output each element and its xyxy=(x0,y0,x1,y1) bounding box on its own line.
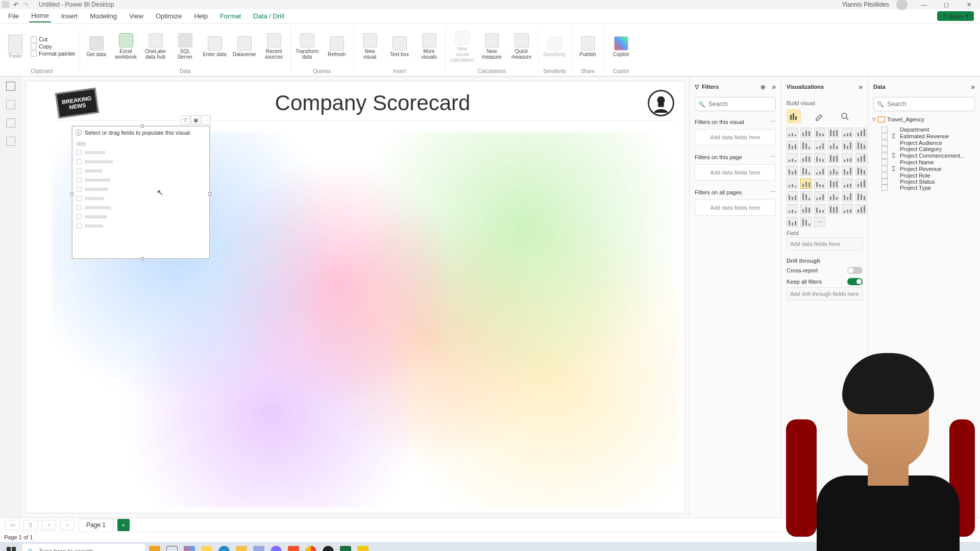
collapse-viz-icon[interactable]: » xyxy=(859,83,863,91)
viz-type-21[interactable] xyxy=(828,166,839,176)
next-page-button[interactable]: › xyxy=(60,520,75,530)
viz-type-39[interactable] xyxy=(828,204,839,214)
dataverse-button[interactable]: Dataverse xyxy=(232,36,257,57)
taskbar-app-3[interactable] xyxy=(199,544,214,551)
filters-visual-header[interactable]: Filters on this visual⋯ xyxy=(690,115,781,128)
viz-type-34[interactable] xyxy=(842,191,853,202)
collapse-filters-icon[interactable]: » xyxy=(772,83,776,91)
field-item[interactable]: Project Type xyxy=(872,185,976,191)
viz-type-4[interactable] xyxy=(842,128,853,138)
data-search-input[interactable] xyxy=(887,101,971,108)
quick-measure-button[interactable]: Quick measure xyxy=(509,33,534,60)
ellipsis-icon[interactable]: ⋯ xyxy=(770,118,776,125)
data-search[interactable]: 🔍 xyxy=(873,97,975,111)
viz-type-30[interactable] xyxy=(787,191,798,202)
taskbar-chrome-icon[interactable] xyxy=(303,544,318,551)
share-button[interactable]: ⇪ Share ▾ xyxy=(937,11,974,21)
tab-insert[interactable]: Insert xyxy=(59,10,80,22)
viz-type-41[interactable] xyxy=(855,204,867,214)
build-mode-button[interactable] xyxy=(787,109,801,123)
viz-type-8[interactable] xyxy=(814,140,825,151)
viz-type-16[interactable] xyxy=(842,153,853,163)
tab-datadrill[interactable]: Data / Drill xyxy=(251,10,286,22)
viz-type-5[interactable] xyxy=(855,128,867,138)
keep-filters-toggle[interactable]: On xyxy=(847,278,863,285)
checkbox[interactable] xyxy=(881,153,888,159)
text-box-button[interactable]: Text box xyxy=(387,36,412,57)
tab-format[interactable]: Format xyxy=(218,10,243,22)
sql-button[interactable]: SQL Server xyxy=(173,33,198,60)
viz-type-26[interactable] xyxy=(814,179,825,189)
viz-type-6[interactable] xyxy=(787,140,798,151)
checkbox[interactable] xyxy=(881,159,888,165)
report-view-icon[interactable] xyxy=(6,82,15,91)
viz-type-40[interactable] xyxy=(842,204,853,214)
slicer-visual[interactable]: ▽ ▣ ⋯ i Select or drag fields to populat… xyxy=(72,126,210,259)
eye-icon[interactable]: ◉ xyxy=(761,84,766,90)
filters-all-well[interactable]: Add data fields here xyxy=(695,199,776,216)
viz-type-14[interactable] xyxy=(814,153,825,163)
viz-type-3[interactable] xyxy=(828,128,839,138)
copilot-button[interactable]: Copilot xyxy=(609,36,633,57)
cross-report-toggle[interactable]: Off xyxy=(847,267,863,274)
tab-file[interactable]: File xyxy=(6,10,21,22)
minimize-button[interactable]: — xyxy=(915,0,933,9)
paste-button[interactable]: Paste xyxy=(8,35,22,59)
field-well[interactable]: Add data fields here xyxy=(787,237,863,251)
taskbar-app-1[interactable] xyxy=(147,544,162,551)
transform-data-button[interactable]: Transform data xyxy=(295,33,320,60)
viz-type-7[interactable] xyxy=(800,140,812,151)
field-item[interactable]: Project Role xyxy=(872,172,976,179)
add-page-button[interactable]: + xyxy=(117,519,130,531)
viz-type-42[interactable] xyxy=(787,217,798,227)
taskbar-explorer-icon[interactable] xyxy=(234,544,249,551)
field-item[interactable]: ΣProject Revenue xyxy=(872,165,976,172)
field-item[interactable]: Project Status xyxy=(872,179,976,185)
analytics-mode-button[interactable] xyxy=(838,109,852,123)
recent-sources-button[interactable]: Recent sources xyxy=(262,33,286,60)
taskbar-app-2[interactable] xyxy=(182,544,197,551)
start-button[interactable] xyxy=(2,543,20,551)
cut-button[interactable]: Cut xyxy=(31,36,47,42)
redo-icon[interactable]: ↷ xyxy=(23,1,29,9)
get-data-button[interactable]: Get data xyxy=(84,36,109,57)
field-item[interactable]: ΣProject Commencement... xyxy=(872,152,976,159)
tab-view[interactable]: View xyxy=(127,10,145,22)
viz-type-38[interactable] xyxy=(814,204,825,214)
viz-type-22[interactable] xyxy=(842,166,853,176)
viz-type-36[interactable] xyxy=(787,204,798,214)
viz-type-28[interactable] xyxy=(842,179,853,189)
ellipsis-icon[interactable]: ⋯ xyxy=(770,154,776,160)
viz-type-0[interactable] xyxy=(787,128,798,138)
viz-type-32[interactable] xyxy=(814,191,825,202)
excel-button[interactable]: Excel workbook xyxy=(114,33,138,60)
viz-type-9[interactable] xyxy=(828,140,839,151)
taskbar-powerbi-icon[interactable] xyxy=(355,544,371,551)
taskbar-edge-icon[interactable] xyxy=(216,544,232,551)
report-canvas[interactable]: BREAKING NEWS Company Scorecard ▽ ▣ ⋯ i … xyxy=(26,81,685,513)
viz-more-button[interactable]: ⋯ xyxy=(814,217,825,227)
copy-button[interactable]: Copy xyxy=(31,43,52,49)
field-item[interactable]: Department xyxy=(872,127,976,133)
viz-type-35[interactable] xyxy=(855,191,867,202)
viz-type-20[interactable] xyxy=(814,166,825,176)
checkbox[interactable] xyxy=(881,172,888,179)
viz-type-19[interactable] xyxy=(800,166,812,176)
tab-home[interactable]: Home xyxy=(29,10,51,22)
taskbar-search-input[interactable] xyxy=(39,548,140,551)
viz-type-10[interactable] xyxy=(842,140,853,151)
format-painter-button[interactable]: Format painter xyxy=(31,51,76,57)
tab-modeling[interactable]: Modeling xyxy=(88,10,119,22)
filters-all-header[interactable]: Filters on all pages⋯ xyxy=(690,186,781,198)
viz-type-31[interactable] xyxy=(800,191,812,202)
drill-well[interactable]: Add drill-through fields here xyxy=(787,287,863,300)
more-visuals-button[interactable]: More visuals xyxy=(417,33,442,60)
task-view-icon[interactable] xyxy=(164,544,180,551)
collapse-data-icon[interactable]: » xyxy=(971,83,975,91)
publish-button[interactable]: Publish xyxy=(576,36,600,57)
filters-page-well[interactable]: Add data fields here xyxy=(695,164,776,181)
field-item[interactable]: Project Name xyxy=(872,159,976,165)
dax-view-icon[interactable] xyxy=(6,137,15,146)
viz-type-33[interactable] xyxy=(828,191,839,202)
new-measure-button[interactable]: New measure xyxy=(480,33,504,60)
